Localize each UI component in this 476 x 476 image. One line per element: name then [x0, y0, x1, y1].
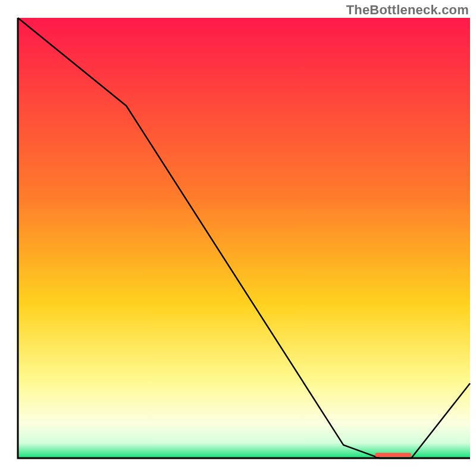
watermark-text: TheBottleneck.com: [346, 2, 469, 18]
bottleneck-chart: [0, 0, 476, 476]
plot-background: [18, 18, 470, 458]
chart-container: TheBottleneck.com: [0, 0, 476, 476]
optimal-marker: [375, 453, 411, 457]
